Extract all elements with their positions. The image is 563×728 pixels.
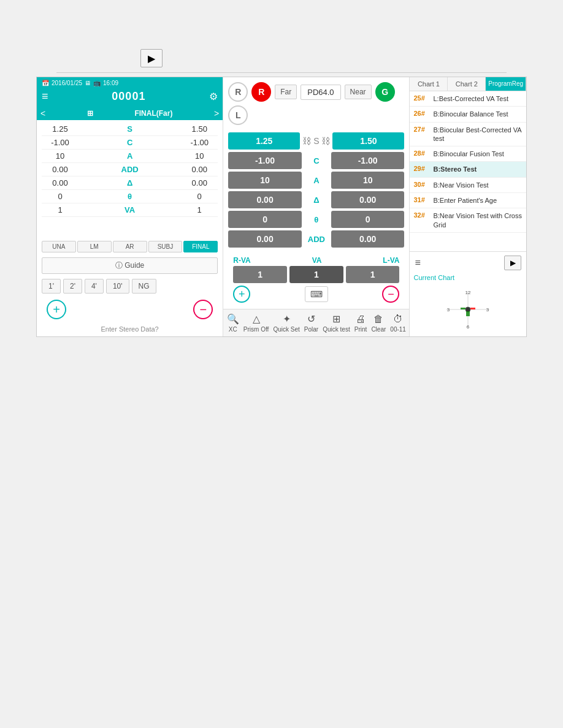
guide-button[interactable]: ⓘ Guide	[42, 257, 218, 274]
tab-ar[interactable]: AR	[113, 241, 147, 252]
add-right-val[interactable]: 0.00	[331, 230, 405, 248]
program-num: 27#	[413, 126, 431, 133]
toolbar-quick-test[interactable]: ⊞ Quick test	[323, 313, 350, 333]
monitor2-icon: 📺	[93, 80, 101, 86]
delta-left-val[interactable]: 0.00	[228, 191, 302, 208]
target-chart-svg: 12 6 3 3	[443, 288, 492, 331]
mini-play-button[interactable]: ▶	[504, 256, 521, 270]
distance-btn-10ft[interactable]: 10'	[106, 279, 129, 294]
data-left-0[interactable]: 1.25	[42, 124, 79, 134]
data-left-4[interactable]: 0.00	[42, 178, 79, 188]
toolbar-clear[interactable]: 🗑 Clear	[371, 314, 386, 333]
nav-next-button[interactable]: >	[214, 108, 219, 118]
toolbar-xc[interactable]: 🔍 XC	[227, 313, 239, 333]
data-right-6[interactable]: 1	[181, 205, 218, 214]
data-right-1[interactable]: -1.00	[181, 138, 218, 147]
tabs-row: UNALMARSUBJFINAL	[37, 238, 223, 255]
middle-panel: R R Far PD64.0 Near G L 1.25 ⛓ S ⛓ 1.50 …	[223, 77, 410, 336]
l-circle[interactable]: L	[228, 105, 248, 125]
a-label: A	[304, 176, 329, 185]
header-bar: 📅 2016/01/25 🖥 📺 16:09	[37, 77, 223, 89]
chart-tab-chart-1[interactable]: Chart 1	[410, 77, 448, 91]
a-right-val[interactable]: 10	[331, 172, 405, 189]
program-item[interactable]: 32# B:Near Vision Test with Cross Grid	[410, 208, 526, 233]
data-left-1[interactable]: -1.00	[42, 138, 79, 147]
program-item[interactable]: 29# B:Stereo Test	[410, 162, 526, 177]
toolbar-label-Print: Print	[354, 326, 367, 333]
data-row: -1.00 C -1.00	[42, 136, 218, 150]
svg-text:6: 6	[467, 324, 470, 330]
settings-icon[interactable]: ⚙	[209, 91, 218, 102]
far-button[interactable]: Far	[275, 85, 297, 99]
tab-subj[interactable]: SUBJ	[148, 241, 183, 252]
program-item[interactable]: 26# B:Binocular Balance Test	[410, 107, 526, 122]
va-remove-button[interactable]: −	[382, 286, 399, 303]
distance-btn-4ft[interactable]: 4'	[85, 279, 104, 294]
toolbar-label-Polar: Polar	[304, 326, 318, 333]
nav-prev-button[interactable]: <	[40, 108, 45, 118]
program-item[interactable]: 31# B:Enter Patient's Age	[410, 193, 526, 208]
play-icon: ▶	[148, 53, 155, 64]
toolbar-00-11[interactable]: ⏱ 00-11	[390, 314, 406, 333]
add-row: 0.00 ADD 0.00	[228, 230, 404, 248]
toolbar-label-00-11: 00-11	[390, 326, 406, 333]
l-va-label: L-VA	[383, 256, 399, 265]
program-item[interactable]: 25# L:Best-Corrected VA Test	[410, 91, 526, 107]
svg-rect-6	[461, 308, 465, 309]
patient-id: 00001	[112, 90, 145, 103]
data-right-0[interactable]: 1.50	[181, 124, 218, 134]
distance-btn-2ft[interactable]: 2'	[63, 279, 82, 294]
s-left-val[interactable]: 1.25	[228, 132, 300, 150]
distance-btn-NG[interactable]: NG	[132, 279, 156, 294]
keyboard-icon-button[interactable]: ⌨	[305, 286, 328, 302]
chart-tab-chart-2[interactable]: Chart 2	[448, 77, 486, 91]
program-item[interactable]: 30# B:Near Vision Test	[410, 178, 526, 193]
data-right-4[interactable]: 0.00	[181, 178, 218, 188]
toolbar-icon-00-11: ⏱	[393, 314, 403, 325]
toolbar-polar[interactable]: ↺ Polar	[304, 313, 318, 333]
data-left-3[interactable]: 0.00	[42, 165, 79, 174]
data-left-2[interactable]: 10	[42, 151, 79, 161]
r-va-val[interactable]: 1	[233, 266, 287, 283]
c-right-val[interactable]: -1.00	[331, 152, 405, 169]
theta-right-val[interactable]: 0	[331, 211, 405, 228]
near-button[interactable]: Near	[345, 85, 372, 99]
va-add-button[interactable]: +	[233, 286, 250, 303]
tab-final[interactable]: FINAL	[183, 241, 218, 252]
data-center-6: VA	[118, 205, 142, 214]
program-item[interactable]: 28# B:Binocular Fusion Test	[410, 146, 526, 162]
chart-tab-programreg[interactable]: ProgramReg	[486, 77, 526, 91]
toolbar-quick-set[interactable]: ✦ Quick Set	[273, 313, 299, 333]
data-right-5[interactable]: 0	[181, 192, 218, 201]
va-section: R-VA VA L-VA 1 1 1 + ⌨ −	[223, 252, 409, 309]
data-right-2[interactable]: 10	[181, 151, 218, 161]
toolbar-label-Quick test: Quick test	[323, 326, 350, 333]
delta-right-val[interactable]: 0.00	[331, 191, 405, 208]
remove-button[interactable]: −	[193, 300, 213, 319]
program-name: B:Near Vision Test with Cross Grid	[433, 211, 523, 229]
delta-row: 0.00 Δ 0.00	[228, 191, 404, 208]
tab-una[interactable]: UNA	[42, 241, 76, 252]
a-left-val[interactable]: 10	[228, 172, 302, 189]
add-button[interactable]: +	[47, 300, 66, 319]
theta-left-val[interactable]: 0	[228, 211, 302, 228]
menu-icon[interactable]: ≡	[42, 90, 48, 103]
add-left-val[interactable]: 0.00	[228, 230, 302, 248]
va-center-val[interactable]: 1	[289, 266, 343, 283]
r-circle-empty[interactable]: R	[228, 82, 248, 102]
c-left-val[interactable]: -1.00	[228, 152, 302, 169]
tab-lm[interactable]: LM	[77, 241, 112, 252]
distance-btn-1ft[interactable]: 1'	[42, 279, 61, 294]
data-row: 1.25 S 1.50	[42, 123, 218, 136]
toolbar-prism-off[interactable]: △ Prism Off	[243, 313, 269, 333]
top-play-button[interactable]: ▶	[140, 49, 163, 67]
program-item[interactable]: 27# B:Biocular Best-Corrected VA test	[410, 123, 526, 147]
g-circle[interactable]: G	[375, 82, 395, 102]
data-right-3[interactable]: 0.00	[181, 165, 218, 174]
data-left-6[interactable]: 1	[42, 205, 79, 214]
s-right-val[interactable]: 1.50	[332, 132, 404, 150]
toolbar-print[interactable]: 🖨 Print	[354, 314, 367, 333]
data-left-5[interactable]: 0	[42, 192, 79, 201]
l-va-val[interactable]: 1	[346, 266, 400, 283]
r-circle-filled[interactable]: R	[251, 82, 271, 102]
